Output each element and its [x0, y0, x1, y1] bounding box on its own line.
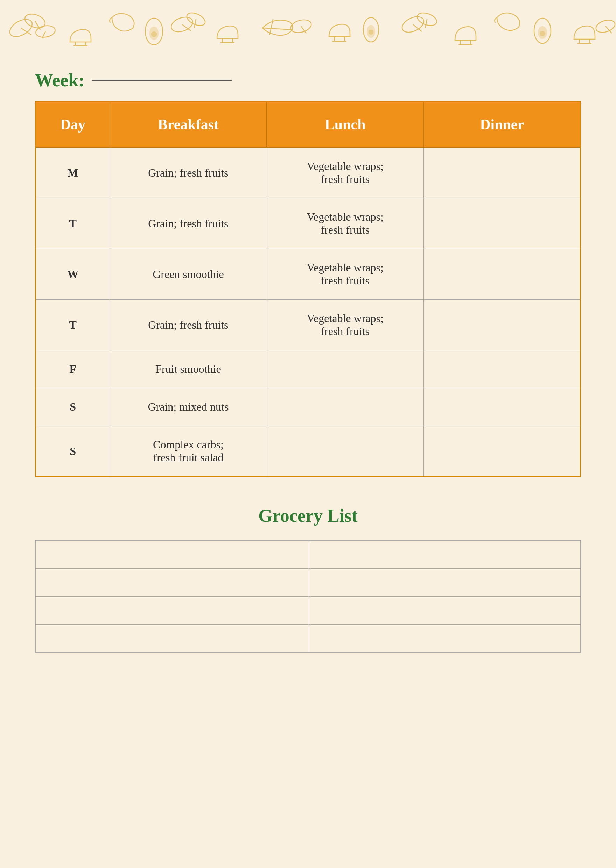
grocery-row [35, 624, 581, 652]
grocery-row [35, 540, 581, 568]
lunch-cell [267, 426, 423, 477]
meal-plan-container: Day Breakfast Lunch Dinner MGrain; fresh… [0, 101, 616, 477]
grocery-cell [35, 624, 308, 652]
table-row: SComplex carbs;fresh fruit salad [36, 426, 581, 477]
svg-point-33 [541, 31, 545, 36]
breakfast-cell: Grain; fresh fruits [110, 300, 267, 350]
grocery-cell [308, 568, 581, 596]
grocery-cell [35, 540, 308, 568]
svg-line-4 [35, 21, 40, 30]
table-header-row: Day Breakfast Lunch Dinner [36, 102, 581, 147]
dinner-cell [423, 350, 580, 388]
lunch-cell: Vegetable wraps;fresh fruits [267, 198, 423, 249]
grocery-cell [35, 568, 308, 596]
breakfast-cell: Complex carbs;fresh fruit salad [110, 426, 267, 477]
table-row: TGrain; fresh fruitsVegetable wraps;fres… [36, 198, 581, 249]
day-cell: T [36, 198, 110, 249]
header-lunch: Lunch [267, 102, 423, 147]
day-cell: S [36, 426, 110, 477]
header-decoration [0, 0, 616, 56]
svg-line-17 [262, 28, 292, 30]
grocery-row [35, 596, 581, 624]
table-row: FFruit smoothie [36, 350, 581, 388]
dinner-cell [423, 198, 580, 249]
dinner-cell [423, 147, 580, 198]
grocery-cell [308, 540, 581, 568]
table-row: TGrain; fresh fruitsVegetable wraps;fres… [36, 300, 581, 350]
lunch-cell [267, 350, 423, 388]
svg-line-28 [425, 19, 427, 28]
dinner-cell [423, 300, 580, 350]
table-row: WGreen smoothieVegetable wraps;fresh fru… [36, 249, 581, 300]
breakfast-cell: Grain; fresh fruits [110, 198, 267, 249]
grocery-cell [308, 624, 581, 652]
day-cell: M [36, 147, 110, 198]
svg-point-24 [369, 30, 373, 34]
header-breakfast: Breakfast [110, 102, 267, 147]
grocery-cell [308, 596, 581, 624]
breakfast-cell: Green smoothie [110, 249, 267, 300]
day-cell: T [36, 300, 110, 350]
svg-line-14 [194, 19, 196, 28]
day-cell: W [36, 249, 110, 300]
week-label-section: Week: [0, 56, 616, 101]
svg-point-36 [594, 18, 616, 34]
week-label: Week: [35, 70, 85, 91]
lunch-cell: Vegetable wraps;fresh fruits [267, 249, 423, 300]
table-row: MGrain; fresh fruitsVegetable wraps;fres… [36, 147, 581, 198]
grocery-table [35, 540, 581, 653]
lunch-cell: Vegetable wraps;fresh fruits [267, 147, 423, 198]
grocery-section: Grocery List [0, 498, 616, 660]
day-cell: F [36, 350, 110, 388]
grocery-cell [35, 596, 308, 624]
table-row: SGrain; mixed nuts [36, 388, 581, 426]
breakfast-cell: Grain; fresh fruits [110, 147, 267, 198]
grocery-row [35, 568, 581, 596]
lunch-cell [267, 388, 423, 426]
day-cell: S [36, 388, 110, 426]
dinner-cell [423, 249, 580, 300]
meal-plan-table: Day Breakfast Lunch Dinner MGrain; fresh… [35, 101, 581, 477]
week-input-line [92, 80, 232, 81]
dinner-cell [423, 426, 580, 477]
breakfast-cell: Grain; mixed nuts [110, 388, 267, 426]
grocery-title: Grocery List [35, 505, 581, 526]
lunch-cell: Vegetable wraps;fresh fruits [267, 300, 423, 350]
header-day: Day [36, 102, 110, 147]
header-dinner: Dinner [423, 102, 580, 147]
svg-point-10 [152, 32, 156, 37]
breakfast-cell: Fruit smoothie [110, 350, 267, 388]
dinner-cell [423, 388, 580, 426]
